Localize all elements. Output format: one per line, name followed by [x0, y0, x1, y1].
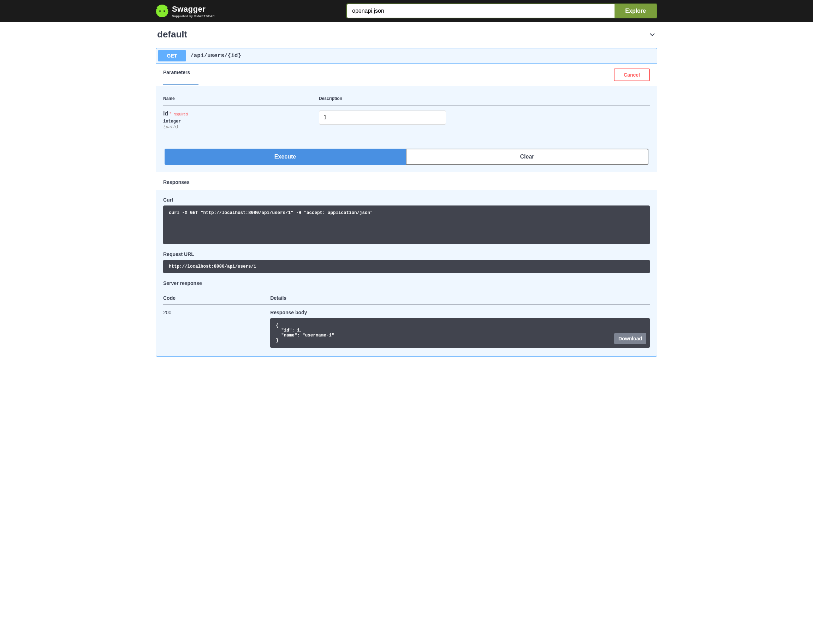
operation-block: GET /api/users/{id} Parameters Cancel Na… — [156, 48, 657, 357]
col-details-header: Details — [270, 291, 650, 305]
parameters-tab[interactable]: Parameters — [163, 69, 190, 80]
col-name-header: Name — [163, 92, 319, 106]
param-type: integer — [163, 119, 319, 124]
explore-button[interactable]: Explore — [615, 4, 657, 18]
responses-title: Responses — [163, 179, 650, 185]
server-response-label: Server response — [163, 281, 650, 286]
param-row: id * required integer (path) — [163, 106, 650, 138]
request-url[interactable]: http://localhost:8080/api/users/1 — [163, 260, 650, 273]
swagger-icon: {··} — [156, 5, 169, 17]
response-code: 200 — [163, 305, 270, 353]
operation-summary[interactable]: GET /api/users/{id} — [156, 48, 657, 64]
spec-url-form: Explore — [347, 3, 657, 18]
responses-header: Responses — [156, 172, 657, 190]
response-table: Code Details 200 Response body { "id": 1… — [163, 291, 650, 353]
topbar: {··} Swagger Supported by SMARTBEAR Expl… — [0, 0, 813, 22]
param-in: (path) — [163, 125, 319, 130]
logo[interactable]: {··} Swagger Supported by SMARTBEAR — [156, 5, 215, 18]
method-badge: GET — [158, 50, 186, 61]
parameters-table: Name Description id * required integer — [163, 92, 650, 138]
response-body[interactable]: { "id": 1, "name": "username-1" } — [270, 318, 650, 348]
tag-title: default — [157, 29, 187, 40]
operation-path: /api/users/{id} — [190, 53, 241, 59]
execute-button[interactable]: Execute — [164, 149, 406, 165]
spec-url-input[interactable] — [347, 4, 615, 18]
param-value-input[interactable] — [319, 110, 446, 125]
cancel-button[interactable]: Cancel — [614, 69, 650, 81]
parameters-header: Parameters Cancel — [156, 64, 657, 86]
download-button[interactable]: Download — [614, 333, 646, 344]
response-body-label: Response body — [270, 310, 650, 315]
response-row: 200 Response body { "id": 1, "name": "us… — [163, 305, 650, 353]
col-code-header: Code — [163, 291, 270, 305]
clear-button[interactable]: Clear — [406, 149, 649, 165]
tag-header[interactable]: default — [156, 22, 657, 43]
required-star: * — [170, 111, 171, 117]
curl-command[interactable]: curl -X GET "http://localhost:8080/api/u… — [163, 205, 650, 244]
brand-tagline: Supported by SMARTBEAR — [172, 14, 215, 18]
brand-name: Swagger — [172, 5, 206, 14]
curl-label: Curl — [163, 197, 650, 202]
param-name: id — [163, 110, 168, 117]
request-url-label: Request URL — [163, 251, 650, 257]
col-desc-header: Description — [319, 92, 650, 106]
chevron-down-icon — [649, 31, 656, 38]
required-label: required — [173, 112, 187, 116]
